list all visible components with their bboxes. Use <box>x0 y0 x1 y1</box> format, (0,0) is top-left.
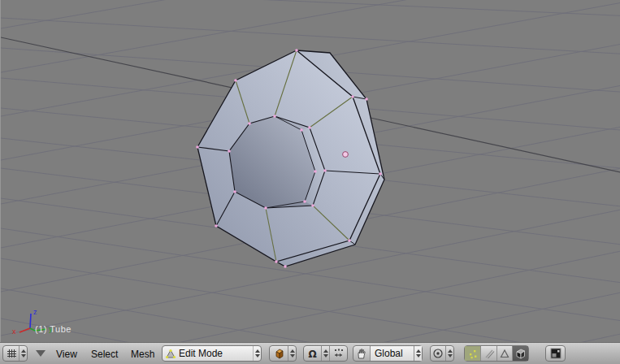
solid-draw-icon <box>270 346 288 361</box>
mesh-object-tube[interactable] <box>196 49 384 268</box>
stepper-down-icon <box>416 354 421 358</box>
stepper-up-icon <box>448 349 453 353</box>
move-centers-toggle[interactable] <box>329 346 347 361</box>
occlude-cube-icon <box>514 348 527 360</box>
blender-3d-view-window: z x y (1) Tube View Select Mesh <box>0 0 620 364</box>
x-axis-line <box>20 328 30 332</box>
stepper-down-icon <box>255 354 260 358</box>
stepper-down-icon <box>21 354 26 358</box>
menu-select[interactable]: Select <box>91 349 118 360</box>
stepper-down-icon <box>323 354 328 358</box>
stepper-up-icon <box>255 349 260 353</box>
z-axis-line <box>30 314 31 328</box>
draw-type-selector[interactable] <box>269 345 297 362</box>
z-axis-label: z <box>33 308 37 316</box>
select-mode-group <box>464 345 529 362</box>
manipulator-group: Global <box>353 345 423 362</box>
rotate-pivot-icon[interactable]: Ω <box>304 346 321 361</box>
hand-icon <box>356 348 367 360</box>
editor-type-stepper[interactable] <box>19 346 27 361</box>
grid-icon <box>3 346 19 361</box>
menu-view[interactable]: View <box>56 349 77 360</box>
vertex-dots-icon <box>467 348 479 359</box>
x-axis-label: x <box>12 327 16 336</box>
proportional-stepper[interactable] <box>445 346 453 361</box>
mode-selector-stepper[interactable] <box>253 346 261 361</box>
viewport-3d[interactable]: z x y (1) Tube <box>0 0 620 342</box>
draw-type-stepper[interactable] <box>288 346 296 361</box>
triangle-down-icon <box>36 350 46 357</box>
stepper-up-icon <box>416 349 421 353</box>
edit-mode-triangle-icon <box>163 346 179 361</box>
occlude-geometry-toggle[interactable] <box>512 346 528 361</box>
render-image-icon <box>550 348 561 359</box>
stepper-down-icon <box>290 354 295 358</box>
view3d-header: View Select Mesh Edit Mode <box>0 342 620 364</box>
stepper-up-icon <box>323 349 328 353</box>
svg-text:Ω: Ω <box>308 348 316 359</box>
render-preview-button[interactable] <box>545 345 566 362</box>
orientation-selector[interactable]: Global <box>370 346 414 361</box>
mesh-svg <box>1 0 620 342</box>
face-triangle-icon <box>499 348 510 359</box>
mode-selector[interactable]: Edit Mode <box>162 345 262 362</box>
orientation-value: Global <box>375 348 403 359</box>
move-centers-icon <box>332 348 345 359</box>
menu-collapse-toggle[interactable] <box>36 350 46 357</box>
proportional-falloff-icon <box>431 346 445 361</box>
object-center-dot <box>343 152 349 158</box>
axis-gizmo: z x y <box>2 307 67 340</box>
manipulator-toggle[interactable] <box>353 346 370 361</box>
mode-selector-value: Edit Mode <box>179 348 253 359</box>
orientation-stepper[interactable] <box>414 346 422 361</box>
menu-mesh[interactable]: Mesh <box>131 349 154 360</box>
pivot-group: Ω <box>303 345 348 362</box>
editor-type-selector[interactable] <box>2 345 28 362</box>
stepper-up-icon <box>21 349 26 353</box>
face-select-button[interactable] <box>496 346 513 361</box>
edge-line-icon <box>483 348 495 359</box>
stepper-up-icon <box>290 349 295 353</box>
edge-select-button[interactable] <box>480 346 496 361</box>
stepper-down-icon <box>448 354 453 358</box>
object-info-label: (1) Tube <box>35 324 72 334</box>
proportional-selector[interactable] <box>430 345 454 362</box>
pivot-stepper[interactable] <box>321 346 329 361</box>
vertex-select-button[interactable] <box>465 346 480 361</box>
